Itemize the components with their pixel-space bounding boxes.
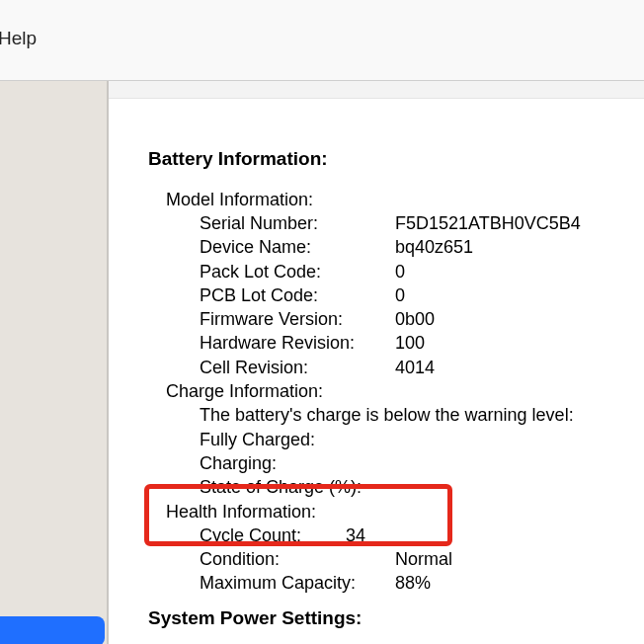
cell-rev-label: Cell Revision: (200, 356, 395, 379)
battery-info-heading: Battery Information: (148, 146, 644, 172)
device-name-label: Device Name: (200, 235, 395, 259)
device-name-row: Device Name: bq40z651 (200, 235, 644, 259)
content-pane[interactable]: Battery Information: Model Information: … (109, 99, 644, 644)
menu-bar: Help (0, 0, 644, 81)
state-of-charge-label: State of Charge (%): (200, 475, 644, 499)
hw-rev-value: 100 (395, 331, 425, 355)
cycle-count-label: Cycle Count: (200, 523, 346, 547)
content-bar (109, 81, 644, 99)
max-capacity-row: Maximum Capacity: 88% (200, 571, 644, 595)
pcb-lot-label: PCB Lot Code: (200, 283, 395, 307)
charge-warning-note: The battery's charge is below the warnin… (200, 403, 644, 427)
cell-rev-row: Cell Revision: 4014 (200, 356, 644, 379)
model-info-heading: Model Information: (166, 188, 644, 211)
firmware-value: 0b00 (395, 307, 435, 331)
cycle-count-value: 34 (346, 523, 365, 547)
serial-number-label: Serial Number: (200, 211, 395, 235)
menu-help[interactable]: Help (0, 0, 37, 51)
pack-lot-label: Pack Lot Code: (200, 260, 395, 283)
sidebar-item-selected[interactable] (0, 616, 105, 644)
fully-charged-label: Fully Charged: (200, 428, 644, 451)
hw-rev-row: Hardware Revision: 100 (200, 331, 644, 355)
firmware-label: Firmware Version: (200, 307, 395, 331)
condition-label: Condition: (200, 547, 395, 571)
window-body: s Battery Information: Model Information… (0, 81, 644, 644)
serial-number-row: Serial Number: F5D1521ATBH0VC5B4 (200, 211, 644, 235)
serial-number-value: F5D1521ATBH0VC5B4 (395, 211, 581, 235)
cycle-count-row: Cycle Count: 34 (200, 523, 644, 547)
system-power-settings-heading: System Power Settings: (148, 605, 644, 631)
firmware-row: Firmware Version: 0b00 (200, 307, 644, 331)
charge-info-heading: Charge Information: (166, 379, 644, 403)
hw-rev-label: Hardware Revision: (200, 331, 395, 355)
pcb-lot-row: PCB Lot Code: 0 (200, 283, 644, 307)
pcb-lot-value: 0 (395, 283, 405, 307)
content-area: Battery Information: Model Information: … (109, 81, 644, 644)
cell-rev-value: 4014 (395, 356, 435, 379)
charging-label: Charging: (200, 451, 644, 475)
pack-lot-value: 0 (395, 260, 405, 283)
max-capacity-label: Maximum Capacity: (200, 571, 395, 595)
condition-value: Normal (395, 547, 452, 571)
health-info-heading: Health Information: (166, 500, 644, 523)
max-capacity-value: 88% (395, 571, 431, 595)
pack-lot-row: Pack Lot Code: 0 (200, 260, 644, 283)
device-name-value: bq40z651 (395, 235, 473, 259)
condition-row: Condition: Normal (200, 547, 644, 571)
sidebar: s (0, 81, 109, 644)
